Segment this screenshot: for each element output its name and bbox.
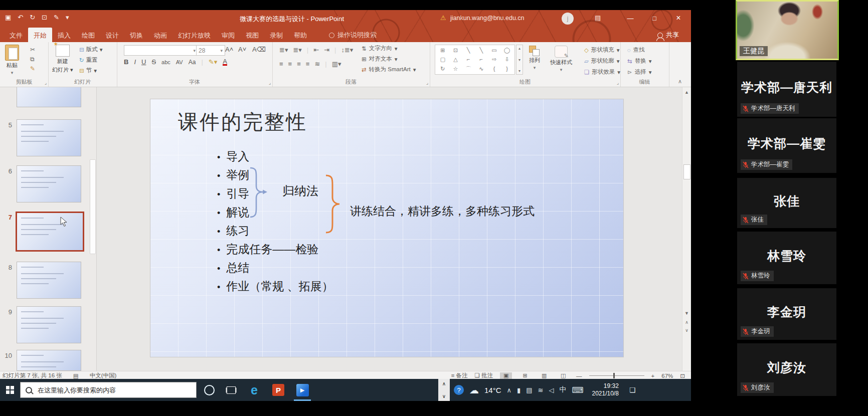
bold-button[interactable]: B (124, 58, 128, 66)
shape-icon[interactable]: ⌐ (480, 56, 483, 62)
collapse-ribbon-icon[interactable]: ∧ (678, 78, 682, 85)
weather-temp[interactable]: 14°C (484, 386, 501, 394)
notes-button[interactable]: ≡ 备注 (451, 372, 468, 379)
slide-thumbnail-image[interactable] (16, 212, 84, 252)
reset-button[interactable]: ↻重置 (79, 56, 102, 64)
numbering-icon[interactable]: ≣▾ (293, 46, 301, 54)
participant-tile[interactable]: 张佳 张佳 (737, 178, 836, 228)
dialog-launcher-icon[interactable]: ⌟ (426, 80, 428, 85)
ribbon-tab[interactable]: 审阅 (216, 28, 240, 42)
redo-icon[interactable]: ↻ (30, 14, 35, 21)
ribbon-tab[interactable]: 动画 (148, 28, 172, 42)
slide-thumbnail-image[interactable] (17, 262, 81, 299)
participant-tile[interactable]: 学术部—崔雯 学术部—崔雯 (737, 118, 836, 173)
justify-icon[interactable]: ≡ (306, 60, 310, 68)
qat-more-icon[interactable]: ▾ (66, 14, 69, 21)
weather-cloud-icon[interactable]: ☁ (469, 384, 479, 396)
slide-thumbnail-image[interactable] (17, 165, 81, 202)
pen-input-icon[interactable]: ✎ (54, 14, 59, 21)
minimize-button[interactable]: — (622, 10, 639, 26)
strikethrough-button[interactable]: S (151, 58, 156, 66)
shape-gallery[interactable]: ⊞⊡╲╲▭◯▢△⌐⌐⇨⇩↻☆⌒∿{} (435, 45, 515, 75)
arrange-button[interactable]: 排列 ▾ (529, 46, 540, 70)
ribbon-tab[interactable]: 帮助 (288, 28, 312, 42)
normal-view-button[interactable]: ▣ (500, 372, 512, 379)
scroll-up-icon[interactable]: ▲ (682, 90, 691, 95)
tell-me-search[interactable]: 操作说明搜索 (329, 31, 377, 40)
close-button[interactable]: × (670, 10, 687, 26)
shape-icon[interactable]: ╲ (480, 47, 483, 54)
participant-tile[interactable]: 刘彦汝 刘彦汝 (737, 343, 836, 396)
slideshow-view-button[interactable]: ◫ (557, 372, 569, 379)
ribbon-tab[interactable]: 切换 (124, 28, 148, 42)
ribbon-tab[interactable]: 设计 (100, 28, 124, 42)
shape-icon[interactable]: ⇨ (492, 56, 496, 63)
slide-canvas[interactable]: 课件的完整性 导入举例引导解说练习完成任务——检验总结作业（常规 、拓展） 归纳… (150, 99, 623, 357)
slide-thumbnail-image[interactable] (17, 350, 81, 371)
italic-button[interactable]: I (134, 58, 136, 66)
folder-icon[interactable]: ▤ (526, 386, 532, 394)
ribbon-tab[interactable]: 视图 (240, 28, 264, 42)
ribbon-tab[interactable]: 插入 (52, 28, 76, 42)
new-slide-button[interactable]: 新建 幻灯片 ▾ (52, 45, 73, 74)
spellcheck-icon[interactable]: ▤ (73, 372, 79, 379)
gallery-mid-icon[interactable]: ▾ (518, 58, 520, 62)
ribbon-tab[interactable]: 录制 (264, 28, 288, 42)
line-spacing-icon[interactable]: ↕≣▾ (341, 46, 353, 54)
char-spacing-button[interactable]: AV (176, 59, 183, 65)
increase-indent-icon[interactable]: ⇥ (324, 46, 329, 54)
shape-icon[interactable]: ☆ (453, 66, 458, 72)
align-left-icon[interactable]: ≡ (279, 60, 283, 68)
scroll-arrows[interactable]: ∧∨ (438, 379, 450, 401)
shape-outline-button[interactable]: ▱形状轮廓 ▾ (584, 57, 620, 65)
shape-icon[interactable]: } (506, 66, 508, 72)
shape-effects-button[interactable]: ❏形状效果 ▾ (584, 68, 620, 76)
zoom-in-button[interactable]: + (651, 373, 655, 379)
copy-icon[interactable]: ⧉ (30, 56, 35, 63)
shape-icon[interactable]: ▢ (440, 56, 445, 63)
slide-bullet-list[interactable]: 导入举例引导解说练习完成任务——检验总结作业（常规 、拓展） (217, 148, 333, 296)
slide-thumbnail-image[interactable] (17, 306, 81, 343)
language-status[interactable]: 中文(中国) (90, 372, 117, 379)
shape-fill-button[interactable]: ◇形状填充 ▾ (584, 46, 620, 54)
paste-button[interactable]: 粘贴 ▾ (5, 45, 19, 75)
slide-scrollbar[interactable]: ▲ ▼ ∧ ∨ (682, 87, 691, 371)
ribbon-tab[interactable]: 幻灯片放映 (172, 28, 216, 42)
select-button[interactable]: ⊳选择 ▾ (627, 68, 651, 76)
font-color-button[interactable]: A (223, 59, 227, 66)
slide-thumbnail-image[interactable] (17, 119, 81, 156)
font-size-combo[interactable]: 28▾ (196, 45, 225, 56)
ribbon-tab[interactable]: 开始 (28, 28, 52, 42)
taskbar-search[interactable] (20, 382, 197, 398)
undo-icon[interactable]: ↶ (18, 14, 23, 21)
dialog-launcher-icon[interactable]: ⌟ (45, 80, 47, 85)
maximize-button[interactable]: □ (646, 10, 663, 26)
active-speaker-video[interactable]: 王健昆 (736, 0, 839, 60)
blue-brace-shape[interactable] (249, 167, 269, 218)
align-right-icon[interactable]: ≡ (297, 60, 301, 68)
align-text-button[interactable]: ⊞对齐文本 ▾ (362, 55, 416, 63)
distribute-icon[interactable]: ≋ (314, 60, 320, 68)
hidden-icons-icon[interactable]: ∧ (507, 386, 512, 394)
slide-thumbnail-partial[interactable] (17, 87, 81, 107)
gallery-up-icon[interactable]: ▴ (518, 46, 520, 51)
ime-indicator[interactable]: 中 (559, 385, 566, 394)
shape-icon[interactable]: { (493, 66, 495, 72)
orange-brace-shape[interactable] (324, 174, 341, 234)
save-icon[interactable]: ▣ (5, 14, 11, 21)
keyboard-icon[interactable]: ⌨ (572, 385, 583, 395)
share-button[interactable]: 共享 (657, 31, 679, 40)
taskbar-clock[interactable]: 19:32 2021/10/8 (592, 382, 618, 397)
text-direction-button[interactable]: ⇅文字方向 ▾ (362, 45, 416, 52)
zoom-slider[interactable] (589, 375, 644, 376)
notification-center-icon[interactable]: ❏ (629, 386, 636, 394)
zoom-out-button[interactable]: — (576, 373, 582, 379)
volume-icon[interactable]: ◁ (549, 386, 554, 394)
slide-editing-area[interactable]: 课件的完整性 导入举例引导解说练习完成任务——检验总结作业（常规 、拓展） 归纳… (97, 87, 682, 371)
zoom-slider-thumb[interactable] (613, 373, 615, 378)
highlight-color-button[interactable]: ✎▾ (209, 58, 217, 66)
scrollbar-thumb[interactable] (683, 164, 690, 179)
quick-styles-button[interactable]: 快速样式 ▾ (550, 46, 572, 72)
change-case-button[interactable]: Aa (189, 59, 196, 66)
slide-thumbnail-panel[interactable]: 5 6 (0, 87, 97, 371)
